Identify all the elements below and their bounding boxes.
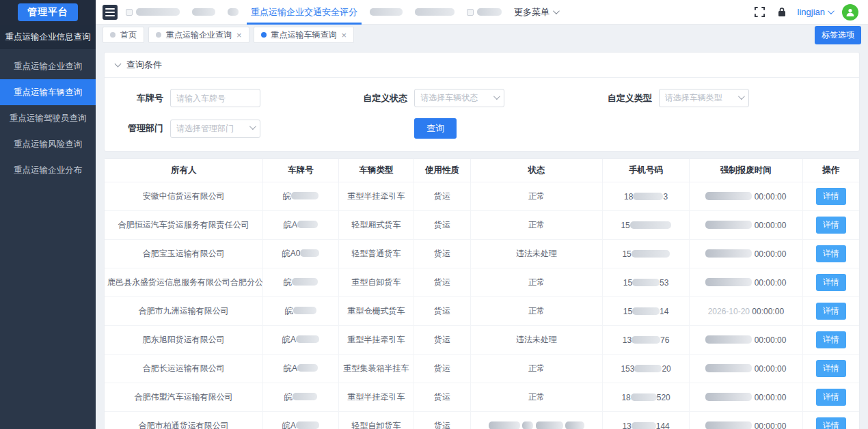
redacted-text [705,192,752,200]
app-logo[interactable]: 管理平台 [18,3,78,21]
action-cell: 详情 [802,268,859,297]
more-menu-label: 更多菜单 [514,6,550,18]
redacted-text [705,364,752,372]
redacted-text [370,8,403,16]
sidebar-item[interactable]: 重点运输车辆查询 [0,79,96,105]
tag-options-button[interactable]: 标签选项 [815,26,861,44]
detail-button[interactable]: 详情 [816,274,846,291]
usage-cell: 货运 [414,355,471,383]
sidebar-group-title[interactable]: 重点运输企业信息查询 [0,25,96,49]
column-header: 手机号码 [603,159,690,182]
vehicle-type-placeholder: 请选择车辆类型 [665,92,722,104]
status-cell: 正常 [470,383,602,412]
detail-button[interactable]: 详情 [816,360,846,377]
table-row: 合肥市柏通货运有限公司皖A轻型自卸货车货运 13144 00:00:00详情 [105,412,859,429]
vehicle-type-cell: 轻型普通货车 [338,240,413,268]
redacted-text [292,278,318,286]
lock-icon[interactable] [776,6,788,18]
detail-button[interactable]: 详情 [816,245,846,262]
sidebar-item[interactable]: 重点运输企业分布 [0,157,96,183]
vehicle-type-cell: 轻型厢式货车 [338,211,413,240]
owner-cell: 合肥市九洲运输有限公司 [105,297,263,326]
logo-area: 管理平台 [0,0,96,25]
tab-close-icon[interactable]: × [342,31,347,40]
sidebar-item[interactable]: 重点运输驾驶员查询 [0,105,96,131]
topbar-item-active[interactable]: 重点运输企业交通安全评分 [251,0,357,24]
query-card-header[interactable]: 查询条件 [105,53,859,78]
detail-button[interactable]: 详情 [816,389,846,406]
search-button[interactable]: 查询 [414,118,457,139]
detail-button[interactable]: 详情 [816,417,846,429]
vehicle-type-cell: 重型半挂牵引车 [338,326,413,355]
status-cell: 违法未处理 [470,326,602,355]
table-row: 鹿邑县永盛货运信息服务有限公司合肥分公司皖重型自卸货车货运正常1553 00:0… [105,268,859,297]
redacted-text [705,278,752,286]
action-cell: 详情 [802,240,859,268]
owner-cell: 肥东旭阳货运有限公司 [105,326,263,355]
redacted-text [297,364,318,372]
sidebar: 管理平台 重点运输企业信息查询 重点运输企业查询重点运输车辆查询重点运输驾驶员查… [0,0,96,429]
table-row: 合肥恒运汽车货运服务有限责任公司皖A轻型厢式货车货运正常15 00:00:00详… [105,211,859,240]
detail-button[interactable]: 详情 [816,217,846,234]
tab-label: 首页 [120,29,137,41]
table-row: 安徽中信货运有限公司皖重型半挂牵引车货运正常183 00:00:00详情 [105,182,859,211]
tab-status-dot [156,32,161,38]
usage-cell: 货运 [414,326,471,355]
user-menu[interactable]: lingjian [798,7,832,17]
page: 管理平台 重点运输企业信息查询 重点运输企业查询重点运输车辆查询重点运输驾驶员查… [0,0,868,429]
topbar-item-redacted[interactable] [370,0,403,24]
redacted-text [228,8,239,16]
owner-cell: 合肥长运运输有限公司 [105,355,263,383]
plate-input[interactable] [170,89,260,107]
detail-button[interactable]: 详情 [816,188,846,205]
topbar-item-redacted[interactable] [126,0,180,24]
plate-cell: 皖A [263,412,338,429]
tab-close-icon[interactable]: × [236,31,242,40]
topbar-right: lingjian [754,4,858,20]
chevron-down-icon [493,93,500,100]
results-card: 所有人车牌号车辆类型使用性质状态手机号码强制报废时间操作 安徽中信货运有限公司皖… [104,158,860,429]
usage-cell: 货运 [414,297,471,326]
tab-item[interactable]: 首页 [103,27,144,43]
topbar-item-redacted[interactable] [415,0,455,24]
redacted-text [705,221,752,229]
vehicle-type-select[interactable]: 请选择车辆类型 [659,89,749,107]
redacted-text [705,421,752,429]
vehicle-status-placeholder: 请选择车辆状态 [420,92,478,104]
table-header-row: 所有人车牌号车辆类型使用性质状态手机号码强制报废时间操作 [105,159,859,182]
tab-active[interactable]: 重点运输车辆查询× [254,27,355,43]
detail-button[interactable]: 详情 [816,303,846,320]
fullscreen-icon[interactable] [754,6,766,18]
redacted-text [632,250,670,258]
tab-status-dot [261,32,267,38]
column-header: 强制报废时间 [690,159,803,182]
sidebar-item[interactable]: 重点运输企业查询 [0,53,96,79]
redacted-text [630,221,671,229]
tab-item[interactable]: 重点运输企业查询× [148,27,249,43]
topbar-item-redacted[interactable] [467,0,502,24]
custom-type-label: 自定义类型 [604,92,652,105]
detail-button[interactable]: 详情 [816,331,846,348]
status-cell: 正常 [470,297,602,326]
topbar-item-redacted[interactable] [228,0,239,24]
table-row: 合肥长运运输有限公司皖A重型集装箱半挂车货运正常15320 00:00:00详情 [105,355,859,383]
more-menu-button[interactable]: 更多菜单 [514,6,558,18]
collapse-chevron-icon [115,61,122,68]
dept-placeholder: 请选择管理部门 [176,123,234,135]
user-avatar[interactable] [842,4,858,20]
vehicle-type-cell: 重型半挂牵引车 [338,383,413,412]
vehicle-status-select[interactable]: 请选择车辆状态 [414,89,504,107]
topbar-item-redacted[interactable] [192,0,215,24]
menu-icon[interactable] [103,5,118,20]
redacted-text [415,8,455,16]
usage-cell: 货运 [414,240,471,268]
vehicle-type-cell: 轻型自卸货车 [338,412,413,429]
dept-select[interactable]: 请选择管理部门 [170,120,260,138]
vehicle-type-cell: 重型集装箱半挂车 [338,355,413,383]
redacted-text [565,421,584,429]
sidebar-item[interactable]: 重点运输风险查询 [0,131,96,157]
owner-cell: 合肥伟盟汽车运输有限公司 [105,383,263,412]
scrap-time-cell: 00:00:00 [690,355,803,383]
redacted-text [293,393,317,400]
usage-cell: 货运 [414,268,471,297]
